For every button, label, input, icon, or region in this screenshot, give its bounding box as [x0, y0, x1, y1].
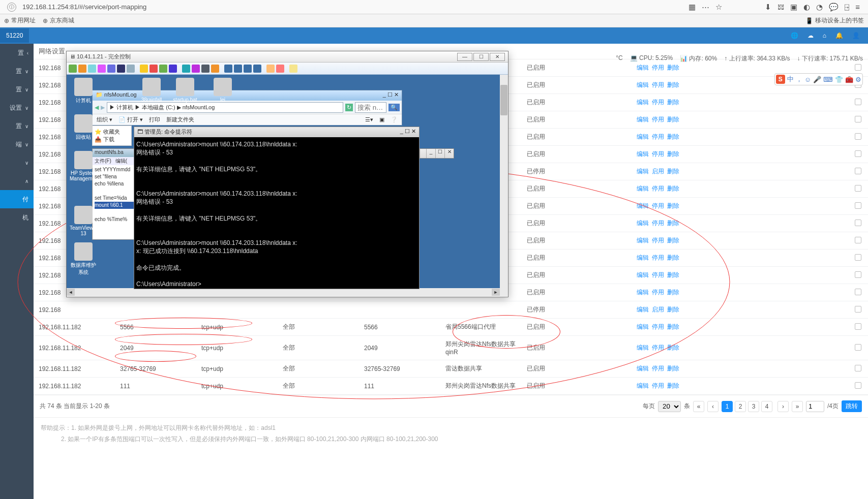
header-tab[interactable]: 51220: [0, 28, 29, 43]
cmd-close-icon[interactable]: ✕: [411, 128, 416, 134]
ime-toolbox-icon[interactable]: 🧰: [845, 76, 853, 83]
library-icon[interactable]: 𝍌: [777, 3, 784, 12]
pager-first[interactable]: «: [693, 401, 704, 412]
rd-tool-icon[interactable]: [224, 65, 232, 73]
desktop-icon-startup.bat[interactable]: startup.bat: [171, 78, 199, 103]
desktop-icon-HP System Managem…[interactable]: HP System Managem…: [70, 151, 97, 181]
rd-tool-icon[interactable]: [253, 65, 261, 73]
sidebar-item-6[interactable]: ∨: [0, 153, 34, 172]
toggle-link[interactable]: 停用: [652, 150, 664, 158]
rd-titlebar[interactable]: 🖥 10.41.1.21 - 完全控制 — ☐ ✕: [67, 51, 508, 63]
delete-link[interactable]: 删除: [667, 64, 679, 71]
ime-settings-icon[interactable]: ⚙: [855, 76, 861, 83]
edit-link[interactable]: 编辑: [637, 150, 649, 158]
delete-link[interactable]: 删除: [667, 220, 679, 227]
rd-tool-icon[interactable]: [244, 65, 252, 73]
ime-toolbar[interactable]: S 中 ， ☺ 🎤 ⌨ 👕 🧰 ⚙: [774, 73, 863, 85]
bookmark-jd[interactable]: ⊕ 京东商城: [43, 16, 74, 25]
rd-tool-icon[interactable]: [140, 65, 148, 73]
page-1[interactable]: 1: [722, 401, 733, 412]
desktop-icon-计算机[interactable]: 计算机: [70, 78, 97, 104]
preview-icon[interactable]: ▣: [379, 116, 384, 123]
rd-vscrollbar[interactable]: [500, 75, 508, 296]
url-input[interactable]: 192.168.11.254:81/#/service/port-mapping: [19, 2, 689, 12]
edit-link[interactable]: 编辑: [637, 133, 649, 140]
rd-tool-icon[interactable]: [211, 65, 219, 73]
edit-link[interactable]: 编辑: [637, 185, 649, 192]
edit-link[interactable]: 编辑: [637, 306, 649, 313]
delete-link[interactable]: 删除: [667, 168, 679, 175]
explorer-open[interactable]: 📄 打开 ▾: [118, 116, 143, 123]
background-window-controls[interactable]: _ ☐ ✕: [420, 148, 454, 159]
delete-link[interactable]: 删除: [667, 306, 679, 313]
edit-link[interactable]: 编辑: [637, 220, 649, 227]
sidebar-item-0[interactable]: 置‹: [0, 44, 34, 62]
ime-punct[interactable]: ，: [796, 75, 802, 84]
ime-skin-icon[interactable]: 👕: [835, 76, 843, 83]
screenshot-icon[interactable]: ▣: [790, 3, 797, 12]
row-checkbox[interactable]: [855, 168, 861, 174]
toggle-link[interactable]: 停用: [652, 220, 664, 227]
sidebar-item-7[interactable]: ∧: [0, 172, 34, 190]
toggle-link[interactable]: 停用: [652, 202, 664, 209]
pager-next[interactable]: ›: [777, 401, 789, 412]
user-icon[interactable]: 👤: [852, 32, 860, 39]
ime-zhong[interactable]: 中: [787, 75, 794, 84]
delete-link[interactable]: 删除: [667, 271, 679, 278]
delete-link[interactable]: 删除: [667, 237, 679, 244]
notepad-edit-menu[interactable]: 编辑(: [115, 158, 127, 165]
download-icon[interactable]: ⬇: [765, 3, 771, 12]
ime-smile-icon[interactable]: ☺: [804, 76, 811, 83]
delete-link[interactable]: 删除: [667, 382, 679, 389]
edit-link[interactable]: 编辑: [637, 202, 649, 209]
remote-desktop-window[interactable]: 🖥 10.41.1.21 - 完全控制 — ☐ ✕: [66, 51, 508, 297]
rd-tool-icon[interactable]: [182, 65, 190, 73]
delete-link[interactable]: 删除: [667, 116, 679, 123]
person-icon[interactable]: ◔: [816, 3, 823, 12]
desktop-icon-lei[interactable]: lei: [209, 78, 236, 103]
row-checkbox[interactable]: [855, 254, 861, 261]
rd-maximize-button[interactable]: ☐: [473, 53, 489, 61]
share-icon[interactable]: ⍈: [845, 3, 849, 12]
rd-tool-icon[interactable]: [69, 65, 77, 73]
row-checkbox[interactable]: [855, 220, 861, 226]
rd-tool-icon[interactable]: [159, 65, 167, 73]
search-go-icon[interactable]: 🔍: [388, 104, 400, 111]
rd-tool-icon[interactable]: [169, 65, 177, 73]
toggle-link[interactable]: 停用: [652, 271, 664, 278]
bookmark-common[interactable]: ⊕ 常用网址: [4, 16, 36, 25]
rd-tool-icon[interactable]: [78, 65, 86, 73]
row-checkbox[interactable]: [855, 323, 861, 330]
rd-tool-icon[interactable]: [192, 65, 200, 73]
edit-link[interactable]: 编辑: [637, 168, 649, 175]
rd-tool-icon[interactable]: [127, 65, 135, 73]
goto-button[interactable]: 跳转: [842, 400, 862, 412]
scroll-right-icon[interactable]: ►: [492, 289, 500, 296]
row-checkbox[interactable]: [855, 185, 861, 192]
rd-tool-icon[interactable]: [266, 65, 275, 73]
cloud-icon[interactable]: ☁: [807, 32, 814, 39]
edit-link[interactable]: 编辑: [637, 323, 649, 330]
toggle-link[interactable]: 停用: [652, 254, 664, 261]
row-checkbox[interactable]: [855, 289, 861, 295]
explorer-close-icon[interactable]: ✕: [394, 91, 399, 98]
toggle-link[interactable]: 停用: [652, 382, 664, 389]
toggle-link[interactable]: 启用: [652, 168, 664, 175]
explorer-search[interactable]: [355, 102, 386, 113]
rd-minimize-button[interactable]: —: [457, 53, 472, 61]
row-checkbox[interactable]: [855, 99, 861, 105]
help-icon[interactable]: ❔: [391, 116, 398, 123]
row-checkbox[interactable]: [855, 133, 861, 140]
info-icon[interactable]: ⓘ: [7, 3, 16, 12]
edit-link[interactable]: 编辑: [637, 365, 649, 372]
row-checkbox[interactable]: [855, 64, 861, 71]
sidebar-item-1[interactable]: 置∨: [0, 62, 34, 80]
delete-link[interactable]: 删除: [667, 323, 679, 330]
toggle-link[interactable]: 停用: [652, 365, 664, 372]
row-checkbox[interactable]: [855, 344, 861, 351]
toggle-link[interactable]: 启用: [652, 306, 664, 313]
notepad-title[interactable]: mountNfs.ba: [93, 149, 137, 157]
toggle-link[interactable]: 停用: [652, 185, 664, 192]
chat-icon[interactable]: 💬: [829, 3, 839, 12]
delete-link[interactable]: 删除: [667, 344, 679, 351]
